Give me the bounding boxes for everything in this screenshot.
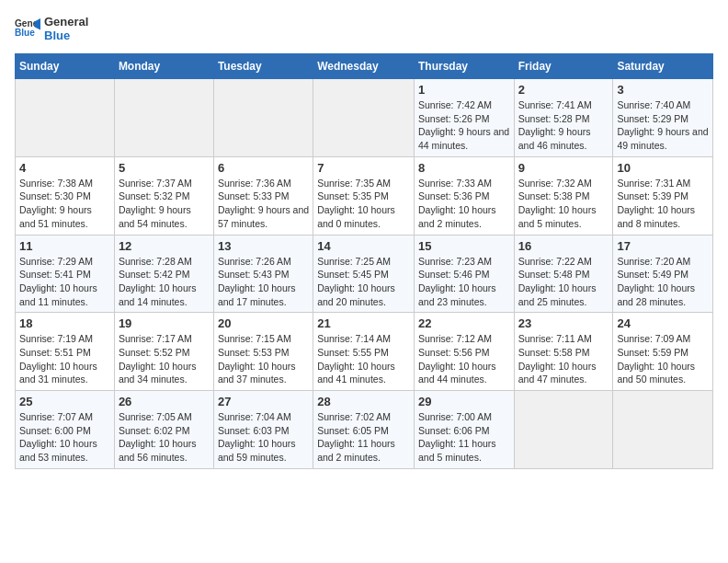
weekday-header-saturday: Saturday [613, 54, 713, 79]
calendar-cell: 27Sunrise: 7:04 AMSunset: 6:03 PMDayligh… [213, 391, 313, 469]
day-number: 16 [518, 239, 609, 253]
day-number: 24 [617, 316, 709, 330]
day-info: Sunrise: 7:42 AMSunset: 5:26 PMDaylight:… [418, 98, 510, 153]
calendar-week-row: 25Sunrise: 7:07 AMSunset: 6:00 PMDayligh… [16, 391, 713, 469]
day-info: Sunrise: 7:23 AMSunset: 5:46 PMDaylight:… [418, 255, 510, 309]
calendar-cell: 5Sunrise: 7:37 AMSunset: 5:32 PMDaylight… [114, 156, 213, 235]
calendar-cell [613, 391, 713, 469]
day-info: Sunrise: 7:33 AMSunset: 5:36 PMDaylight:… [418, 177, 510, 231]
calendar-cell [213, 79, 313, 157]
day-info: Sunrise: 7:07 AMSunset: 6:00 PMDaylight:… [19, 410, 110, 465]
day-number: 7 [317, 161, 410, 175]
day-number: 28 [317, 395, 410, 408]
calendar-week-row: 18Sunrise: 7:19 AMSunset: 5:51 PMDayligh… [16, 313, 713, 391]
day-number: 29 [418, 395, 510, 408]
day-number: 21 [317, 316, 410, 330]
day-info: Sunrise: 7:25 AMSunset: 5:45 PMDaylight:… [317, 255, 410, 309]
day-number: 22 [418, 316, 510, 330]
weekday-header-sunday: Sunday [16, 54, 115, 79]
day-number: 11 [19, 239, 110, 253]
day-number: 27 [218, 395, 309, 408]
day-number: 20 [218, 316, 309, 330]
svg-text:Blue: Blue [15, 28, 35, 38]
calendar-week-row: 4Sunrise: 7:38 AMSunset: 5:30 PMDaylight… [16, 156, 713, 235]
calendar-cell: 10Sunrise: 7:31 AMSunset: 5:39 PMDayligh… [613, 156, 713, 235]
day-info: Sunrise: 7:35 AMSunset: 5:35 PMDaylight:… [317, 177, 410, 231]
calendar-cell: 15Sunrise: 7:23 AMSunset: 5:46 PMDayligh… [414, 235, 514, 313]
calendar-cell: 21Sunrise: 7:14 AMSunset: 5:55 PMDayligh… [313, 313, 415, 391]
day-number: 8 [418, 161, 510, 175]
logo-text-blue: Blue [44, 29, 88, 42]
day-number: 12 [119, 239, 210, 253]
calendar-cell: 17Sunrise: 7:20 AMSunset: 5:49 PMDayligh… [613, 235, 713, 313]
day-number: 19 [119, 316, 210, 330]
day-number: 1 [418, 83, 510, 97]
calendar-cell: 9Sunrise: 7:32 AMSunset: 5:38 PMDaylight… [514, 156, 613, 235]
day-info: Sunrise: 7:04 AMSunset: 6:03 PMDaylight:… [218, 410, 309, 465]
calendar-cell: 11Sunrise: 7:29 AMSunset: 5:41 PMDayligh… [16, 235, 115, 313]
calendar-cell [514, 391, 613, 469]
day-info: Sunrise: 7:20 AMSunset: 5:49 PMDaylight:… [617, 255, 709, 309]
day-info: Sunrise: 7:14 AMSunset: 5:55 PMDaylight:… [317, 332, 410, 386]
calendar-cell: 12Sunrise: 7:28 AMSunset: 5:42 PMDayligh… [114, 235, 213, 313]
day-info: Sunrise: 7:17 AMSunset: 5:52 PMDaylight:… [119, 332, 210, 386]
day-number: 26 [119, 395, 210, 408]
calendar-cell: 19Sunrise: 7:17 AMSunset: 5:52 PMDayligh… [114, 313, 213, 391]
calendar-cell: 25Sunrise: 7:07 AMSunset: 6:00 PMDayligh… [16, 391, 115, 469]
day-number: 14 [317, 239, 410, 253]
weekday-header-tuesday: Tuesday [213, 54, 313, 79]
day-info: Sunrise: 7:31 AMSunset: 5:39 PMDaylight:… [617, 177, 709, 231]
calendar-cell [313, 79, 415, 157]
calendar-cell: 2Sunrise: 7:41 AMSunset: 5:28 PMDaylight… [514, 79, 613, 157]
calendar-table: SundayMondayTuesdayWednesdayThursdayFrid… [15, 53, 713, 469]
calendar-cell: 23Sunrise: 7:11 AMSunset: 5:58 PMDayligh… [514, 313, 613, 391]
calendar-cell [16, 79, 115, 157]
day-number: 6 [218, 161, 309, 175]
day-info: Sunrise: 7:11 AMSunset: 5:58 PMDaylight:… [518, 332, 609, 386]
day-number: 18 [19, 316, 110, 330]
calendar-cell: 1Sunrise: 7:42 AMSunset: 5:26 PMDaylight… [414, 79, 514, 157]
calendar-cell: 6Sunrise: 7:36 AMSunset: 5:33 PMDaylight… [213, 156, 313, 235]
logo-text-general: General [44, 15, 88, 29]
calendar-cell: 14Sunrise: 7:25 AMSunset: 5:45 PMDayligh… [313, 235, 415, 313]
day-info: Sunrise: 7:02 AMSunset: 6:05 PMDaylight:… [317, 410, 410, 465]
calendar-cell: 28Sunrise: 7:02 AMSunset: 6:05 PMDayligh… [313, 391, 415, 469]
calendar-cell: 13Sunrise: 7:26 AMSunset: 5:43 PMDayligh… [213, 235, 313, 313]
day-info: Sunrise: 7:38 AMSunset: 5:30 PMDaylight:… [19, 177, 110, 231]
day-info: Sunrise: 7:12 AMSunset: 5:56 PMDaylight:… [418, 332, 510, 386]
day-info: Sunrise: 7:28 AMSunset: 5:42 PMDaylight:… [119, 255, 210, 309]
day-number: 25 [19, 395, 110, 408]
weekday-header-row: SundayMondayTuesdayWednesdayThursdayFrid… [16, 54, 713, 79]
weekday-header-thursday: Thursday [414, 54, 514, 79]
calendar-cell: 3Sunrise: 7:40 AMSunset: 5:29 PMDaylight… [613, 79, 713, 157]
weekday-header-wednesday: Wednesday [313, 54, 415, 79]
calendar-cell: 16Sunrise: 7:22 AMSunset: 5:48 PMDayligh… [514, 235, 613, 313]
day-info: Sunrise: 7:29 AMSunset: 5:41 PMDaylight:… [19, 255, 110, 309]
calendar-cell: 26Sunrise: 7:05 AMSunset: 6:02 PMDayligh… [114, 391, 213, 469]
day-info: Sunrise: 7:00 AMSunset: 6:06 PMDaylight:… [418, 410, 510, 465]
page-header: General Blue General Blue [15, 15, 713, 42]
logo-icon: General Blue [15, 16, 40, 41]
calendar-cell: 8Sunrise: 7:33 AMSunset: 5:36 PMDaylight… [414, 156, 514, 235]
calendar-cell: 22Sunrise: 7:12 AMSunset: 5:56 PMDayligh… [414, 313, 514, 391]
calendar-cell: 29Sunrise: 7:00 AMSunset: 6:06 PMDayligh… [414, 391, 514, 469]
day-number: 13 [218, 239, 309, 253]
weekday-header-friday: Friday [514, 54, 613, 79]
day-number: 15 [418, 239, 510, 253]
day-info: Sunrise: 7:05 AMSunset: 6:02 PMDaylight:… [119, 410, 210, 465]
day-number: 9 [518, 161, 609, 175]
day-number: 5 [119, 161, 210, 175]
day-info: Sunrise: 7:32 AMSunset: 5:38 PMDaylight:… [518, 177, 609, 231]
day-number: 23 [518, 316, 609, 330]
day-info: Sunrise: 7:09 AMSunset: 5:59 PMDaylight:… [617, 332, 709, 386]
calendar-cell: 7Sunrise: 7:35 AMSunset: 5:35 PMDaylight… [313, 156, 415, 235]
calendar-week-row: 1Sunrise: 7:42 AMSunset: 5:26 PMDaylight… [16, 79, 713, 157]
calendar-week-row: 11Sunrise: 7:29 AMSunset: 5:41 PMDayligh… [16, 235, 713, 313]
day-info: Sunrise: 7:40 AMSunset: 5:29 PMDaylight:… [617, 98, 709, 153]
calendar-cell: 24Sunrise: 7:09 AMSunset: 5:59 PMDayligh… [613, 313, 713, 391]
day-info: Sunrise: 7:15 AMSunset: 5:53 PMDaylight:… [218, 332, 309, 386]
day-info: Sunrise: 7:37 AMSunset: 5:32 PMDaylight:… [119, 177, 210, 231]
day-number: 3 [617, 83, 709, 97]
logo: General Blue General Blue [15, 15, 88, 42]
day-number: 10 [617, 161, 709, 175]
